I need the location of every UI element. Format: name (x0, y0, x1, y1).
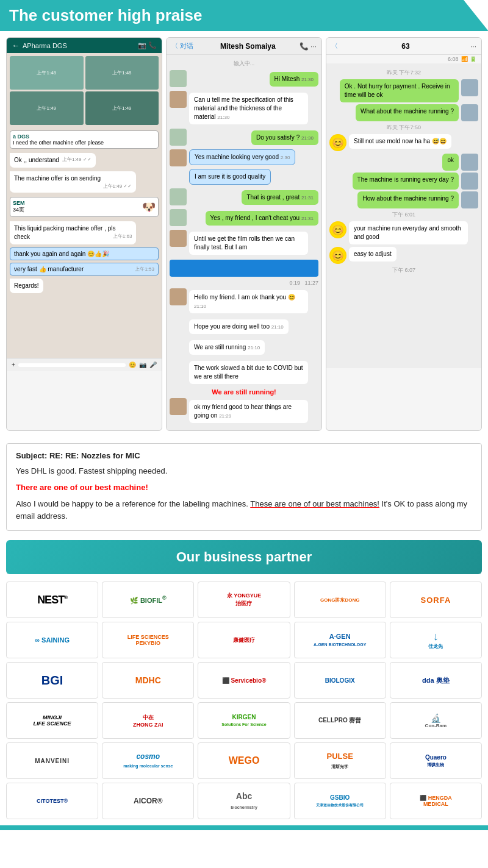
chat3-icons: ··· (470, 42, 476, 51)
chat-screenshot-3: 〈 63 ··· 6:08 📶 🔋 昨天 下午7:32 Ok . Not hur… (326, 37, 482, 431)
chat-image-4: 上午1:49 (85, 91, 159, 125)
chat1-bubble-liquid: This liquid packing machine offer , pls … (10, 221, 136, 244)
email-underline: These are one of our best machines! (250, 499, 379, 508)
chat3-header: 〈 63 ··· (326, 38, 481, 55)
logo-cosmo: cosmomaking molecular sense (102, 742, 194, 779)
mic-icon: 🎤 (149, 361, 157, 368)
chat1-highlight-thankyou: thank you again and again 😊👍🎉 (10, 247, 159, 260)
emoji-icon: 😊 (129, 361, 136, 368)
chat2-avatar-other5 (170, 288, 187, 305)
chat-screenshots-row: ← APharma DGS 📷 📞 上午1:48 上午1:48 上午1:49 上… (0, 31, 488, 437)
chat1-bubble-regards: Regards! (10, 279, 43, 293)
chat3-msg-yourachine: 😊 your machine run everyday and smooth a… (329, 221, 478, 244)
chat3-time2: 昨天 下午7:50 (329, 124, 478, 132)
logo-mingji: MINGJILIFE SCIENCE (6, 702, 98, 739)
page-header: The customer high praise (0, 0, 488, 31)
chat3-msg-easy: 😊 easy to adjust (329, 247, 478, 264)
email-section: Subject: RE: RE: Nozzles for MIC Yes DHL… (6, 443, 482, 531)
email-body: Yes DHL is good. Fastest shipping needed… (16, 465, 472, 523)
chat2-msg-hi: Hi Mitesh 21:30 (170, 70, 318, 88)
chat-image-1: 上午1:48 (10, 56, 84, 90)
chat1-body: 上午1:48 上午1:48 上午1:49 上午1:49 a DGS I need… (7, 53, 162, 358)
chat-screenshot-2: 〈 对话 Mitesh Somaiya 📞 ··· 输入中... Hi Mite… (166, 37, 322, 431)
bottom-bar (0, 825, 488, 830)
logo-jialongling: ↓ 佳龙先 (390, 622, 482, 658)
chat2-avatar-other4 (170, 230, 187, 247)
chat2-msg-covid: The work slowed a bit due to COVID but w… (170, 359, 318, 386)
partner-header: Our business partner (6, 540, 482, 574)
plus-icon: + (12, 361, 15, 368)
logo-aicor: AICOR® (102, 783, 194, 819)
chat3-avatar-self (461, 79, 478, 96)
logo-biofil: 🌿 BIOFIL® (102, 582, 194, 618)
chat-image-2: 上午1:48 (85, 56, 159, 90)
chat2-avatar-self2 (170, 129, 187, 146)
chat2-msg-satisfy: Do you satisfy ? 21:30 (170, 129, 318, 147)
logo-gong: GONG拼东DONG (294, 582, 386, 618)
chat2-avatar-self (170, 70, 187, 87)
logo-pekybio: LIFE SCIENCESPEKYBIO (102, 622, 194, 658)
chat1-footer: + 😊 📷 🎤 (7, 358, 162, 371)
chat2-msg-great: That is great , great 21:31 (170, 188, 318, 207)
chat3-avatar-self4 (461, 173, 478, 190)
chat2-msg-spec: Can u tell me the specification of this … (170, 91, 318, 126)
logo-hengda: ⬛ HENGDAMEDICAL (390, 783, 482, 819)
chat2-msg-yes: Yes machine looking very good 2:30 (170, 149, 318, 166)
chat3-msg-ok: ok (329, 154, 478, 171)
chat2-avatar-self3 (170, 188, 187, 205)
email-highlight: There are one of our best machine! (16, 483, 148, 492)
logo-dda: dda 奥垫 (390, 662, 482, 699)
chat1-messages: a DGS I need the other machine offer ple… (10, 128, 159, 295)
logo-manveini: MANVEINI (6, 742, 98, 779)
logo-abc: Abcbiochemistry (198, 783, 290, 819)
logo-gsbio: GSBIO天津道生物技术股份有限公司 (294, 783, 386, 819)
business-partner-section: Our business partner NEST® 🌿 BIOFIL® 永 Y… (6, 540, 482, 819)
chat2-contact-name: Mitesh Somaiya (196, 42, 300, 51)
logo-biologix: BIOLOGIX (294, 662, 386, 699)
logo-cellpro: CELLPRO 赛普 (294, 702, 386, 739)
chat1-bubble-ok: Ok ,, understand 上午1:49 ✓✓ (10, 153, 96, 168)
emoji-sun-icon: 😊 (329, 134, 346, 151)
chat3-msg-everyday: The machine is running every day ? (329, 173, 478, 190)
logo-nest: NEST® (6, 582, 98, 618)
chat2-back-icon: 〈 对话 (171, 41, 193, 51)
chat1-section-sem: SEM 34页 🐶 (10, 197, 159, 217)
chat3-msg-howabout: How about the machine running ? (329, 191, 478, 208)
chat3-avatar-self3 (461, 154, 478, 171)
chat2-avatar-other2 (170, 149, 187, 166)
chat3-msg-what: What about the machine running ? (329, 104, 478, 121)
logo-saining: ∞ SAINING (6, 622, 98, 658)
chat3-msg-stillnotuse: 😊 Still not use mold now ha ha 😅😄 (329, 134, 478, 151)
chat1-highlight-veryfast: very fast 👍 manufacturer 上午1:53 (10, 263, 159, 276)
email-subject: Subject: RE: RE: Nozzles for MIC (16, 451, 472, 460)
logo-kirgen: KIRGENSolutions For Science (198, 702, 290, 739)
chat1-contact-name: APharma DGS (23, 42, 67, 49)
chat2-header: 〈 对话 Mitesh Somaiya 📞 ··· (167, 38, 321, 55)
partner-logo-grid: NEST® 🌿 BIOFIL® 永 YONGYUE治医疗 GONG拼东DONG … (6, 582, 482, 819)
chat2-avatar-other (170, 91, 187, 108)
chat3-body: 昨天 下午7:32 Ok . Not hurry for payment . R… (326, 63, 481, 368)
logo-servicebio: ⬛ Servicebio® (198, 662, 290, 699)
logo-pulse: PULSE渭斯光学 (294, 742, 386, 779)
chat2-icons: 📞 ··· (300, 42, 317, 51)
chat2-time1: 输入中... (170, 60, 318, 68)
logo-citotest: CITOTEST® (6, 783, 98, 819)
chat1-header-icons: 📷 📞 (138, 41, 157, 49)
logo-conram: 🔬 Con-Ram (390, 702, 482, 739)
chat2-input-bar (170, 260, 318, 277)
camera-icon: 📷 (139, 361, 146, 368)
partner-header-title: Our business partner (176, 549, 312, 564)
logo-mdhc: MDHC (102, 662, 194, 699)
chat1-section-a: a DGS I need the other machine offer ple… (10, 130, 159, 149)
chat-image-3: 上午1:49 (10, 91, 84, 125)
chat3-time3: 下午 6:01 (329, 211, 478, 219)
chat1-image-grid: 上午1:48 上午1:48 上午1:49 上午1:49 (10, 56, 159, 125)
logo-sorfa: SORFA (390, 582, 482, 618)
chat2-msg-hello: Hello my friend. I am ok thank you 😊 21:… (170, 288, 318, 315)
logo-yongyue: 永 YONGYUE治医疗 (198, 582, 290, 618)
emoji-sun-icon3: 😊 (329, 247, 346, 264)
page-title: The customer high praise (9, 6, 202, 25)
emoji-sun-icon2: 😊 (329, 221, 346, 238)
chat2-avatar-other6 (170, 398, 187, 415)
chat3-time4: 下午 6:07 (329, 266, 478, 274)
